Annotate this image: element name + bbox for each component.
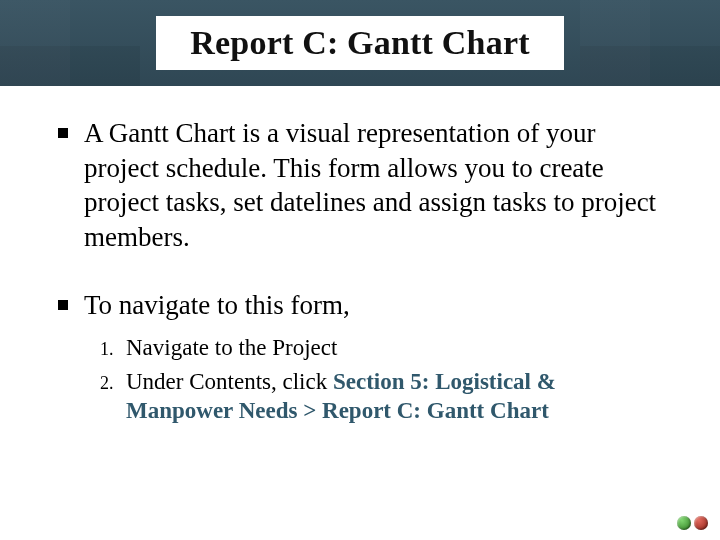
slide-header: Report C: Gantt Chart — [0, 0, 720, 86]
slide-content: A Gantt Chart is a visual representation… — [0, 86, 720, 426]
bullet-text: To navigate to this form, — [84, 288, 350, 323]
slide-nav — [677, 516, 708, 530]
square-bullet-icon — [58, 128, 68, 138]
list-number: 1. — [100, 336, 126, 363]
bullet-item: A Gantt Chart is a visual representation… — [58, 116, 662, 254]
bullet-item: To navigate to this form, — [58, 288, 662, 323]
numbered-list: 1. Navigate to the Project 2. Under Cont… — [100, 333, 662, 426]
bullet-text: A Gantt Chart is a visual representation… — [84, 116, 662, 254]
list-item: 2. Under Contents, click Section 5: Logi… — [100, 367, 662, 426]
list-number: 2. — [100, 370, 126, 397]
list-text-prefix: Under Contents, click — [126, 369, 333, 394]
list-item: 1. Navigate to the Project — [100, 333, 662, 363]
list-text: Under Contents, click Section 5: Logisti… — [126, 367, 662, 426]
square-bullet-icon — [58, 300, 68, 310]
list-text: Navigate to the Project — [126, 333, 337, 362]
prev-slide-button[interactable] — [677, 516, 691, 530]
next-slide-button[interactable] — [694, 516, 708, 530]
slide-title: Report C: Gantt Chart — [156, 16, 563, 70]
